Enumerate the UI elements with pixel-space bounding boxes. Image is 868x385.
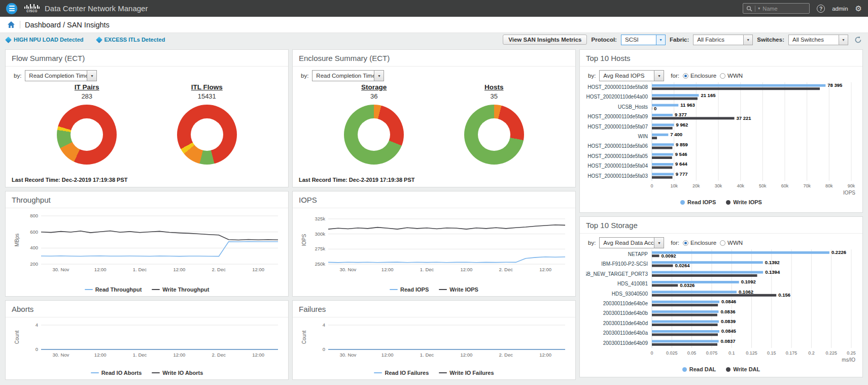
svg-text:ms/IO: ms/IO [842,357,855,363]
flow-summary-by-select[interactable]: Read Completion Time ▼ [25,70,97,81]
svg-text:275k: 275k [315,246,325,251]
menu-button[interactable] [6,3,17,14]
legend-item[interactable]: Write IO Aborts [152,370,203,376]
radio-unchecked-icon [720,73,725,79]
enclosure-summary-title: Enclosure Summary (ECT) [293,53,575,67]
svg-text:0.0845: 0.0845 [721,328,737,334]
aborts-chart: 04Count30. Nov12:001. Dec12:002. Dec12:0… [12,321,282,361]
alert-excess-itls[interactable]: EXCESS ITLs Detected [97,37,165,43]
legend-item[interactable]: Read IOPS [390,286,429,293]
it-pairs-donut-chart[interactable] [57,105,117,165]
radio-unchecked-icon [720,240,725,246]
radio-checked-icon [683,240,688,246]
legend-item[interactable]: Read IO Aborts [91,370,142,376]
svg-text:12:00: 12:00 [539,352,551,358]
svg-text:HOST_200000110de5fa04: HOST_200000110de5fa04 [587,163,648,169]
fabric-select[interactable]: All Fabrics ▼ [693,35,753,45]
legend-item[interactable]: Write IOPS [439,286,478,293]
svg-text:0.225: 0.225 [825,350,837,356]
svg-text:0: 0 [654,106,656,111]
legend-marker-icon [439,372,447,374]
svg-text:200300110de64b0e: 200300110de64b0e [603,301,648,306]
for-label: for: [671,240,679,246]
chevron-down-icon: ▼ [654,238,664,248]
donut-hole [71,118,103,151]
legend-item[interactable]: Read Throughput [85,286,142,293]
iops-chart: 250k275k300k325kIOPS30. Nov12:001. Dec12… [299,212,569,276]
legend-item[interactable]: Write IO Failures [439,370,494,376]
iops-card: IOPS 250k275k300k325kIOPS30. Nov12:001. … [292,191,576,297]
search-icon [746,6,752,12]
alert-high-npu-load[interactable]: HIGH NPU LOAD Detected [6,37,84,43]
top-hosts-enclosure-radio[interactable]: Enclosure [683,73,716,79]
app-title: Data Center Network Manager [45,4,148,13]
svg-text:4: 4 [36,322,38,328]
itl-flows-donut-chart[interactable] [177,105,237,165]
svg-text:0.025: 0.025 [666,350,678,356]
it-pairs-group: IT Pairs 283 [57,83,117,165]
svg-text:0.175: 0.175 [786,350,797,356]
home-icon[interactable] [7,21,15,29]
hosts-donut-chart[interactable] [464,105,524,165]
aborts-title: Aborts [6,304,288,317]
svg-text:30. Nov: 30. Nov [340,352,357,358]
help-icon[interactable]: ? [817,5,825,13]
svg-text:0.15: 0.15 [767,350,776,356]
hosts-link[interactable]: Hosts [484,83,504,91]
top-storage-enclosure-radio[interactable]: Enclosure [683,240,716,246]
svg-text:2. Dec: 2. Dec [499,352,513,358]
legend-marker-icon [390,289,398,291]
by-label: by: [14,73,21,79]
view-san-insights-metrics-button[interactable]: View SAN Insights Metrics [503,35,587,45]
storage-donut-chart[interactable] [344,105,404,165]
top-storage-by-select[interactable]: Avg Read Data Acce... ▼ [599,237,664,248]
storage-link[interactable]: Storage [361,83,387,91]
chevron-down-icon: ▼ [839,35,848,45]
legend-label: Write IOPS [733,199,762,205]
svg-text:60k: 60k [781,183,789,188]
failures-legend: Read IO FailuresWrite IO Failures [299,370,569,376]
svg-text:1. Dec: 1. Dec [420,267,434,272]
protocol-select[interactable]: SCSI ▼ [621,35,666,45]
legend-label: Write IO Aborts [162,370,203,376]
global-search-input[interactable]: ▾ Name [743,3,810,14]
svg-text:325k: 325k [315,216,325,221]
legend-marker-icon [682,367,687,372]
legend-item[interactable]: Write IOPS [726,199,762,205]
svg-text:SB_NEW_TARGET_PORT3: SB_NEW_TARGET_PORT3 [586,271,648,277]
svg-text:12:00: 12:00 [381,352,394,358]
svg-text:12:00: 12:00 [252,267,264,272]
legend-marker-icon [152,289,160,291]
legend-item[interactable]: Write Throughput [152,286,209,293]
it-pairs-link[interactable]: IT Pairs [75,83,99,91]
top-hosts-wwn-radio[interactable]: WWN [720,73,743,79]
top-storage-wwn-radio[interactable]: WWN [720,240,743,246]
itl-flows-link[interactable]: ITL Flows [191,83,223,91]
user-name[interactable]: admin [832,6,848,12]
gear-icon[interactable]: ⚙ [855,5,862,12]
last-record-time: Last Record Time: Dec-2-2019 17:19:38 PS… [12,176,282,183]
svg-text:HOST_200000110de5fa07: HOST_200000110de5fa07 [587,124,648,130]
legend-marker-icon [726,367,731,372]
svg-text:12:00: 12:00 [381,267,394,272]
legend-item[interactable]: Read DAL [682,366,716,372]
legend-item[interactable]: Write DAL [726,366,760,372]
svg-text:200: 200 [30,261,38,267]
svg-text:0.075: 0.075 [706,350,718,356]
legend-label: Read DAL [689,366,716,372]
refresh-icon[interactable] [854,36,862,44]
failures-chart: 04Count30. Nov12:001. Dec12:002. Dec12:0… [299,321,569,361]
top-hosts-by-select[interactable]: Avg Read IOPS ▼ [599,70,664,81]
svg-text:0.05: 0.05 [687,350,697,356]
svg-text:7 400: 7 400 [670,132,682,137]
hosts-count: 35 [464,92,524,100]
legend-item[interactable]: Read IO Failures [374,370,429,376]
svg-text:HOST_200000110de5fa08: HOST_200000110de5fa08 [587,84,648,90]
svg-text:9 546: 9 546 [675,151,687,157]
enclosure-summary-by-select[interactable]: Read Completion Time ▼ [312,70,384,81]
throughput-chart: 200400600800MBps30. Nov12:001. Dec12:002… [12,212,282,276]
aborts-card: Aborts 04Count30. Nov12:001. Dec12:002. … [5,300,289,380]
storage-count: 36 [344,92,404,100]
switches-select[interactable]: All Switches ▼ [788,35,848,45]
legend-item[interactable]: Read IOPS [680,199,716,205]
